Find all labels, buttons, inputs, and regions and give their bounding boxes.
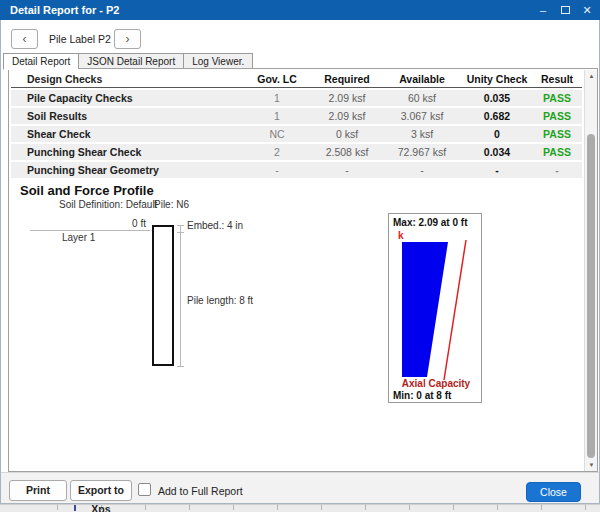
chart-min-label: Min: 0 at 8 ft: [393, 390, 451, 401]
cell-unity-check: Unity Check: [462, 73, 532, 85]
cell-gov-lc: -: [242, 164, 312, 176]
dimension-line: [180, 225, 181, 366]
cell-required: -: [312, 164, 382, 176]
cell-result: Result: [532, 73, 582, 85]
cell-gov-lc: NC: [242, 128, 312, 140]
grid-highlight-tick: [74, 505, 76, 511]
cell-gov-lc: 1: [242, 92, 312, 104]
cell-result: PASS: [532, 92, 582, 104]
cell-unity-check: -: [462, 164, 532, 176]
cell-required: 2.508 ksf: [312, 146, 382, 158]
cell-name: Punching Shear Check: [11, 146, 242, 158]
title-bar: Detail Report for - P2 – ✕: [0, 0, 600, 20]
cell-available: -: [382, 164, 462, 176]
cell-available: Available: [382, 73, 462, 85]
next-pile-button[interactable]: ›: [114, 29, 141, 49]
cell-name: Design Checks: [11, 73, 242, 85]
scroll-down-icon[interactable]: ▼: [585, 462, 598, 468]
background-grid-strip: [0, 504, 600, 512]
table-row: Shear CheckNC0 ksf3 ksf0PASS: [11, 126, 582, 142]
pressure-area: [402, 242, 448, 377]
cell-unity-check: 0.682: [462, 110, 532, 122]
cell-result: PASS: [532, 146, 582, 158]
tab-detail-report[interactable]: Detail Report: [3, 53, 78, 70]
embed-label: Embed.: 4 in: [187, 220, 243, 231]
cell-available: 72.967 ksf: [382, 146, 462, 158]
chevron-right-icon: ›: [126, 32, 130, 46]
chart-max-label: Max: 2.09 at 0 ft: [393, 217, 467, 228]
cell-required: 2.09 ksf: [312, 110, 382, 122]
chevron-left-icon: ‹: [23, 32, 27, 46]
tab-log-viewer[interactable]: Log Viewer.: [183, 53, 253, 69]
layer-label: Layer 1: [62, 232, 95, 243]
table-row: Punching Shear Geometry-----: [11, 162, 582, 178]
table-row: Pile Capacity Checks12.09 ksf60 ksf0.035…: [11, 90, 582, 106]
cell-name: Soil Results: [11, 110, 242, 122]
pile-name-label: Pile: N6: [154, 199, 189, 210]
cell-result: PASS: [532, 110, 582, 122]
cell-result: -: [532, 164, 582, 176]
cell-gov-lc: 2: [242, 146, 312, 158]
cell-required: Required: [312, 73, 382, 85]
minimize-icon[interactable]: –: [536, 1, 550, 19]
chart-plot: [389, 214, 481, 402]
window-title: Detail Report for - P2: [0, 4, 536, 16]
screen: Detail Report for - P2 – ✕ ‹ Pile Label …: [0, 0, 600, 512]
close-icon[interactable]: ✕: [580, 1, 594, 19]
cell-name: Punching Shear Geometry: [11, 164, 242, 176]
cell-gov-lc: 1: [242, 110, 312, 122]
pile-length-label: Pile length: 8 ft: [187, 295, 253, 306]
cell-unity-check: 0: [462, 128, 532, 140]
axial-capacity-line: [444, 240, 466, 380]
design-checks-table: Design ChecksGov. LCRequiredAvailableUni…: [11, 71, 582, 178]
window-controls: – ✕: [536, 1, 600, 19]
print-button[interactable]: Print: [9, 480, 67, 501]
axial-capacity-chart: Max: 2.09 at 0 ft k Axial Capacity Min: …: [388, 213, 482, 403]
cell-available: 60 ksf: [382, 92, 462, 104]
footer-bar: Print Export to Xps Add to Full Report C…: [1, 472, 599, 503]
cell-result: PASS: [532, 128, 582, 140]
cell-available: 3 ksf: [382, 128, 462, 140]
report-content: Design ChecksGov. LCRequiredAvailableUni…: [8, 68, 598, 472]
scroll-up-icon[interactable]: ▲: [585, 73, 598, 79]
cell-unity-check: 0.034: [462, 146, 532, 158]
soil-definition-label: Soil Definition: Default: [59, 199, 157, 210]
ground-line: [30, 230, 150, 231]
close-button[interactable]: Close: [526, 482, 581, 502]
table-row: Soil Results12.09 ksf3.067 ksf0.682PASS: [11, 108, 582, 124]
cell-unity-check: 0.035: [462, 92, 532, 104]
detail-report-dialog: Detail Report for - P2 – ✕ ‹ Pile Label …: [0, 0, 600, 504]
pile-diagram: [152, 225, 174, 366]
dimension-tick-embed: [177, 232, 184, 233]
cell-name: Pile Capacity Checks: [11, 92, 242, 104]
table-row: Punching Shear Check22.508 ksf72.967 ksf…: [11, 144, 582, 160]
vertical-scrollbar[interactable]: ▲ ▼: [584, 70, 597, 471]
cell-required: 0 ksf: [312, 128, 382, 140]
cell-required: 2.09 ksf: [312, 92, 382, 104]
section-heading: Soil and Force Profile: [20, 183, 154, 198]
chart-k-label: k: [398, 230, 404, 241]
dimension-tick-bottom: [177, 366, 184, 367]
add-to-full-report-checkbox[interactable]: [138, 483, 151, 496]
tab-strip: Detail ReportJSON Detail ReportLog Viewe…: [3, 53, 253, 69]
cell-gov-lc: Gov. LC: [242, 73, 312, 85]
export-to-xps-button[interactable]: Export to Xps: [70, 480, 132, 501]
add-to-full-report-label: Add to Full Report: [158, 485, 243, 497]
dimension-tick-top: [177, 225, 184, 226]
scroll-thumb[interactable]: [587, 134, 595, 458]
cell-name: Shear Check: [11, 128, 242, 140]
chart-series-label: Axial Capacity: [389, 378, 483, 389]
depth-zero-label: 0 ft: [104, 218, 146, 229]
cell-available: 3.067 ksf: [382, 110, 462, 122]
table-header-row: Design ChecksGov. LCRequiredAvailableUni…: [11, 71, 582, 88]
pile-label: Pile Label P2: [49, 33, 111, 45]
previous-pile-button[interactable]: ‹: [11, 29, 38, 49]
tab-json-detail-report[interactable]: JSON Detail Report: [78, 53, 183, 69]
maximize-icon[interactable]: [558, 1, 572, 19]
